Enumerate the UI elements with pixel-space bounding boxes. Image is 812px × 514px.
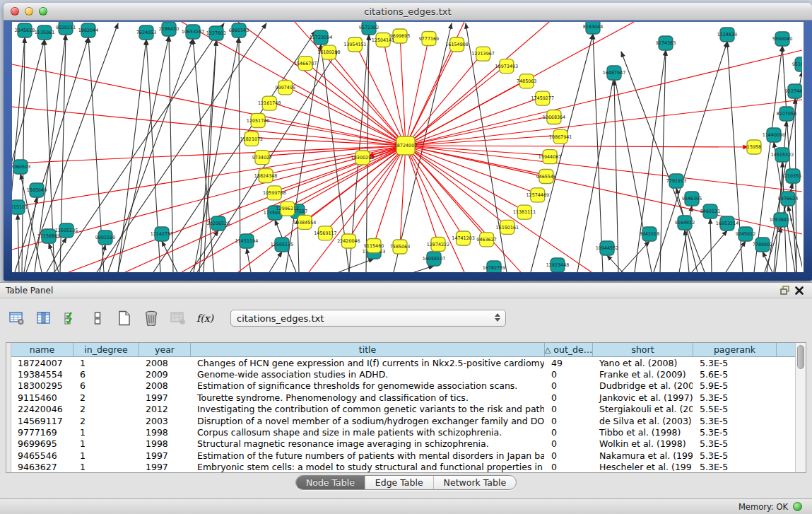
graph-edge (355, 43, 406, 146)
table-vertical-scrollbar[interactable] (795, 343, 806, 472)
graph-node-label: 12213967 (471, 51, 495, 57)
graph-node-label: 12103514 (782, 173, 802, 179)
column-header-title[interactable]: title (191, 343, 545, 356)
table-row[interactable]: 1456911722003Disruption of a novel membe… (11, 415, 795, 426)
graph-node-label: 8460121 (700, 209, 720, 214)
tab-network-table[interactable]: Network Table (434, 476, 517, 489)
table-cell: Stergiakouli et al. (2012) (593, 404, 693, 414)
graph-node-label: 15958 (747, 144, 761, 150)
graph-node-label: 9997495 (276, 85, 295, 90)
graph-node-label: 7789902 (753, 242, 772, 247)
table-cell: Embryonic stem cells: a model to study s… (191, 462, 545, 472)
memory-status-icon (793, 502, 802, 511)
column-header-out_de[interactable]: △out_de… (545, 343, 593, 356)
graph-node-label: 2186420 (159, 26, 179, 32)
graph-node-label: 20206526 (207, 221, 230, 226)
graph-node-label: 10973493 (495, 64, 519, 69)
graph-node-label: 1565049 (27, 187, 47, 193)
graph-node-label: 14569117 (314, 230, 337, 236)
graph-edge (406, 100, 802, 146)
show-columns-icon[interactable] (35, 310, 52, 326)
table-cell: 5.3E-5 (693, 450, 777, 461)
table-row[interactable]: 946362711997Embryonic stem cells: a mode… (11, 462, 795, 472)
graph-node-label: 11381111 (513, 209, 536, 215)
graph-edge (118, 40, 146, 272)
table-cell: 0 (545, 427, 593, 438)
column-header-short[interactable]: short (593, 343, 693, 356)
network-graph[interactable]: 2045618113506190202111862044762405321864… (12, 22, 802, 272)
graph-node-label: 12574469 (526, 192, 550, 198)
graph-node-label: 22420046 (337, 238, 360, 244)
graph-node-label: 18724007 (394, 143, 418, 148)
graph-node-label: 12161748 (258, 100, 281, 106)
table-select-dropdown[interactable]: citations_edges.txt (230, 310, 506, 327)
table-cell: Disruption of a novel member of a sodium… (191, 416, 545, 426)
table-cell: Tibbo et al. (1998) (593, 427, 693, 438)
graph-node-label: 14741203 (452, 235, 475, 241)
graph-node-label: 8942018 (640, 231, 659, 237)
graph-edge (614, 80, 618, 272)
graph-node-label: 2060503 (12, 164, 30, 170)
table-row[interactable]: 911546021997Tourette syndrome. Phenomeno… (11, 392, 795, 403)
graph-edge (406, 146, 802, 192)
table-cell: 1 (73, 358, 139, 368)
table-cell: 1 (73, 438, 139, 449)
graph-node-label: 1135061 (35, 30, 54, 35)
table-cell: 0 (545, 416, 593, 426)
tab-edge-table[interactable]: Edge Table (365, 476, 434, 489)
graph-node-label: 16958107 (423, 256, 446, 262)
graph-node-label: 8183044 (583, 24, 603, 30)
graph-node-label: 7485063 (517, 78, 536, 84)
table-row[interactable]: 977716911998Corpus callosum shape and si… (11, 426, 795, 438)
node-table-grid: namein_degreeyeartitle△out_de…shortpager… (11, 343, 795, 472)
table-cell: 1 (73, 462, 139, 472)
table-cell: 19384554 (11, 369, 73, 380)
graph-edge (54, 23, 224, 272)
graph-node-label: 16487947 (603, 70, 626, 76)
table-row[interactable]: 2242004622012Investigating the contribut… (11, 404, 795, 415)
scrollbar-thumb[interactable] (797, 345, 804, 369)
table-settings-icon[interactable] (8, 310, 25, 326)
sort-ascending-icon: △ (545, 345, 551, 354)
column-header-year[interactable]: year (139, 343, 191, 356)
delete-table-icon[interactable] (143, 310, 160, 326)
graph-node-label: 9227441 (785, 88, 802, 94)
tab-node-table[interactable]: Node Table (296, 476, 365, 489)
graph-node-label: 7791913 (666, 178, 686, 184)
table-row[interactable]: 1938455462009Genome-wide association stu… (11, 368, 795, 380)
close-panel-icon[interactable] (792, 285, 806, 296)
table-panel-header: Table Panel (0, 283, 812, 298)
table-cell: 2008 (139, 380, 191, 391)
table-row[interactable]: 1872400712008Changes of HCN gene express… (11, 357, 795, 368)
select-rows-icon[interactable] (62, 310, 79, 326)
table-cell: 0 (545, 392, 593, 403)
table-cell: 9777169 (11, 427, 73, 438)
column-header-in_degree[interactable]: in_degree (73, 343, 139, 356)
graph-node-label: 17459277 (531, 95, 555, 101)
table-row[interactable]: 946554611997Estimation of the future num… (11, 450, 795, 461)
graph-node-label: 1124830 (717, 32, 737, 37)
network-frame: 2045618113506190202111862044762405321864… (4, 21, 812, 281)
import-table-disabled-icon (170, 310, 187, 326)
graph-node-label: 16782759 (483, 265, 506, 271)
network-canvas[interactable]: 2045618113506190202111862044762405321864… (12, 22, 804, 272)
graph-node-label: 7585063 (390, 244, 410, 250)
table-row[interactable]: 1830029562008Estimation of significance … (11, 380, 795, 392)
column-header-pagerank[interactable]: pagerank (693, 343, 777, 356)
table-cell: 2 (73, 392, 139, 403)
memory-status-label: Memory: OK (739, 502, 788, 512)
status-bar: Memory: OK (0, 498, 812, 514)
table-header-row[interactable]: namein_degreeyeartitle△out_de…shortpager… (11, 343, 795, 357)
graph-node-label: 9734027 (252, 155, 272, 160)
function-builder-icon[interactable]: f(x) (196, 310, 213, 326)
graph-node-label: 15150161 (496, 225, 519, 230)
float-panel-icon[interactable] (778, 285, 792, 296)
graph-node-label: 18300295 (351, 155, 375, 160)
column-header-name[interactable]: name (11, 343, 73, 356)
window-titlebar[interactable]: citations_edges.txt (4, 3, 812, 21)
table-cell: Genome-wide association studies in ADHD. (191, 369, 545, 380)
create-table-icon[interactable] (116, 310, 133, 326)
row-height-icon[interactable] (89, 310, 106, 326)
table-cell: 18724007 (11, 358, 73, 368)
table-row[interactable]: 969969511998Structural magnetic resonanc… (11, 438, 795, 450)
